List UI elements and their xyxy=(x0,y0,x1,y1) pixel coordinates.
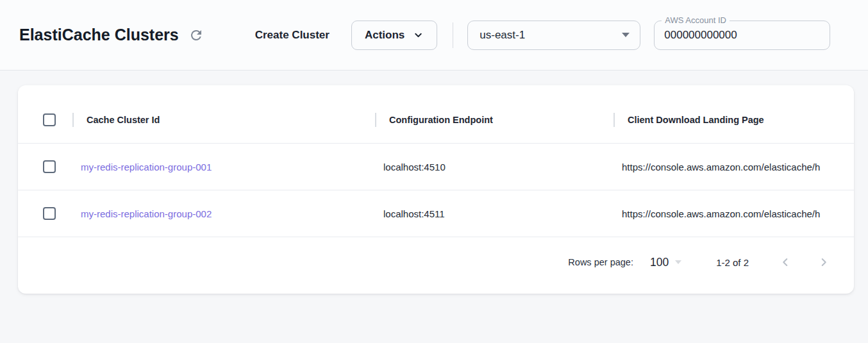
table-header-row: Cache Cluster Id Configuration Endpoint … xyxy=(18,97,854,144)
column-header-cache-cluster-id[interactable]: Cache Cluster Id xyxy=(72,97,375,143)
rows-per-page-label: Rows per page: xyxy=(568,257,633,267)
row-checkbox-cell xyxy=(18,207,72,220)
refresh-icon xyxy=(188,28,204,43)
prev-page-button[interactable] xyxy=(778,255,792,269)
dropdown-arrow-icon xyxy=(622,33,630,37)
configuration-endpoint-cell: localhost:4510 xyxy=(375,162,613,172)
top-toolbar: ElastiCache Clusters Create Cluster Acti… xyxy=(0,0,868,71)
next-page-button[interactable] xyxy=(817,255,831,269)
landing-page-cell: https://console.aws.amazon.com/elasticac… xyxy=(613,208,854,219)
column-header-configuration-endpoint[interactable]: Configuration Endpoint xyxy=(375,97,613,143)
actions-button-label: Actions xyxy=(365,29,405,42)
pagination-range-label: 1-2 of 2 xyxy=(716,257,749,268)
region-select[interactable]: us-east-1 xyxy=(467,21,640,50)
aws-account-id-field: AWS Account ID xyxy=(654,21,830,50)
table-footer: Rows per page: 100 1-2 of 2 xyxy=(18,237,854,294)
column-header-label: Configuration Endpoint xyxy=(389,115,493,125)
aws-account-id-label: AWS Account ID xyxy=(662,15,730,25)
chevron-down-icon xyxy=(413,29,424,40)
create-cluster-button[interactable]: Create Cluster xyxy=(255,29,330,42)
column-header-label: Client Download Landing Page xyxy=(628,115,764,125)
cache-cluster-id-cell: my-redis-replication-group-002 xyxy=(72,208,375,219)
rows-per-page-value: 100 xyxy=(650,256,669,269)
cache-cluster-id-cell: my-redis-replication-group-001 xyxy=(72,162,375,172)
row-checkbox[interactable] xyxy=(43,160,56,173)
cluster-link[interactable]: my-redis-replication-group-002 xyxy=(81,208,212,219)
table-row: my-redis-replication-group-001 localhost… xyxy=(18,144,854,190)
page-title: ElastiCache Clusters xyxy=(19,26,179,44)
table-row: my-redis-replication-group-002 localhost… xyxy=(18,190,854,237)
cluster-link[interactable]: my-redis-replication-group-001 xyxy=(81,162,212,172)
aws-account-id-input[interactable] xyxy=(664,21,820,49)
chevron-right-icon xyxy=(817,255,831,269)
rows-per-page-select[interactable]: 100 xyxy=(650,256,681,269)
column-header-client-download-landing-page[interactable]: Client Download Landing Page xyxy=(613,97,854,143)
select-all-checkbox[interactable] xyxy=(43,113,56,126)
row-checkbox[interactable] xyxy=(43,207,56,220)
refresh-button[interactable] xyxy=(187,26,205,44)
toolbar-divider xyxy=(453,22,453,48)
column-separator xyxy=(72,113,74,127)
chevron-left-icon xyxy=(778,255,792,269)
column-header-label: Cache Cluster Id xyxy=(87,115,160,125)
select-all-cell xyxy=(18,113,72,126)
clusters-table-card: Cache Cluster Id Configuration Endpoint … xyxy=(18,85,854,294)
column-separator xyxy=(613,113,615,127)
configuration-endpoint-cell: localhost:4511 xyxy=(375,208,613,219)
row-checkbox-cell xyxy=(18,160,72,173)
actions-button[interactable]: Actions xyxy=(351,21,437,50)
select-caret-icon xyxy=(675,260,681,264)
region-select-value: us-east-1 xyxy=(480,29,525,42)
column-separator xyxy=(375,113,376,127)
landing-page-cell: https://console.aws.amazon.com/elasticac… xyxy=(613,162,854,172)
